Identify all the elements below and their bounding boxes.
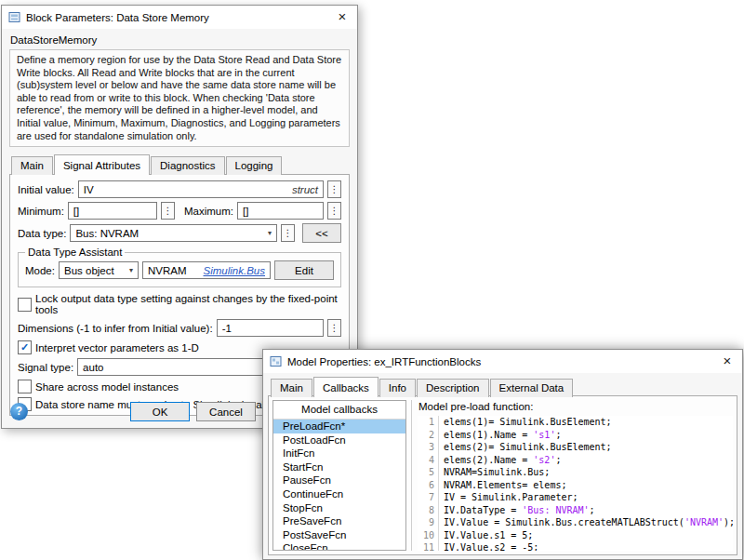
code-label: Model pre-load function: [418,401,733,412]
code-editor[interactable]: 1elems(1)= Simulink.BusElement;2elems(1)… [418,416,733,551]
chevron-down-icon: ▾ [268,229,272,237]
model-properties-dialog: Model Properties: ex_IRTFunctionBlocks ×… [262,349,743,560]
interpret-1d-checkbox[interactable]: ✓ [18,340,32,354]
code-line: 2elems(1).Name = 's1'; [418,429,733,442]
dimensions-label: Dimensions (-1 to infer from Initial val… [18,323,213,334]
code-line: 8IV.DataType = 'Bus: NVRAM'; [418,504,733,517]
share-instances-checkbox[interactable] [18,380,32,393]
maximum-label: Maximum: [184,206,233,217]
data-type-combobox[interactable]: Bus: NVRAM ▾ [70,224,277,242]
line-number: 1 [418,416,439,429]
maximum-text: [] [243,206,318,217]
minimum-menu-button[interactable]: ⋮ [161,202,175,220]
tab-info[interactable]: Info [379,379,416,397]
model-callbacks-list: Model callbacks PreLoadFcn*PostLoadFcnIn… [272,400,406,551]
tab-description[interactable]: Description [417,379,489,397]
signal-type-label: Signal type: [18,362,73,373]
minimum-input[interactable]: [] [68,202,157,220]
code-text: IV.Value.s1 = 5; [439,529,533,542]
callback-item-initfcn[interactable]: InitFcn [273,447,405,460]
data-type-text: Bus: NVRAM [75,228,264,239]
line-number: 5 [418,466,439,479]
data-type-menu-button[interactable]: ⋮ [281,224,295,242]
callback-item-stopfcn[interactable]: StopFcn [273,501,405,515]
callback-item-closefcn[interactable]: CloseFcn [273,541,405,551]
callback-item-preloadfcn[interactable]: PreLoadFcn* [273,420,405,433]
maximum-input[interactable]: [] [237,202,324,220]
callbacks-items: PreLoadFcn*PostLoadFcnInitFcnStartFcnPau… [273,420,405,551]
block-dialog-titlebar[interactable]: Block Parameters: Data Store Memory × [2,6,357,29]
mode-text: Bus object [64,265,126,276]
tab-diagnostics[interactable]: Diagnostics [151,156,224,175]
tab-logging[interactable]: Logging [226,156,283,175]
code-text: IV = Simulink.Parameter; [439,491,578,504]
mode-combobox[interactable]: Bus object ▾ [59,261,139,279]
help-icon[interactable]: ? [10,403,28,420]
tab-external-data[interactable]: External Data [490,379,574,397]
minimum-label: Minimum: [18,206,64,217]
simulink-bus-link[interactable]: Simulink.Bus [204,265,265,276]
code-line: 10IV.Value.s1 = 5; [418,529,733,542]
line-number: 10 [418,529,439,542]
tab-callbacks[interactable]: Callbacks [313,377,379,397]
callback-item-postsavefcn[interactable]: PostSaveFcn [273,528,405,542]
block-dialog-tabstrip: MainSignal AttributesDiagnosticsLogging [9,153,350,174]
share-instances-label: Share across model instances [35,381,179,393]
ok-button[interactable]: OK [130,402,190,421]
code-line: 7IV = Simulink.Parameter; [418,491,733,504]
code-line: 9IV.Value = Simulink.Bus.createMATLABStr… [418,516,733,529]
model-dialog-close-icon[interactable]: × [712,350,742,373]
code-line: 11IV.Value.s2 = -5; [418,541,733,551]
tab-main[interactable]: Main [271,379,312,397]
cancel-button[interactable]: Cancel [196,402,256,421]
code-line: 6NVRAM.Elements= elems; [418,479,733,492]
edit-button[interactable]: Edit [274,260,334,280]
mode-label: Mode: [25,265,55,276]
initial-value-menu-button[interactable]: ⋮ [327,180,341,198]
assistant-collapse-button[interactable]: << [302,223,341,243]
line-number: 6 [418,479,439,492]
min-max-row: Minimum: [] ⋮ Maximum: [] ⋮ [18,202,341,220]
lock-output-checkbox[interactable] [18,298,32,312]
code-text: IV.Value.s2 = -5; [439,541,538,551]
block-type-title: DataStoreMemory [10,34,350,46]
callback-item-pausefcn[interactable]: PauseFcn [273,473,405,487]
code-text: IV.DataType = 'Bus: NVRAM'; [439,504,595,517]
data-type-assistant-title: Data Type Assistant [25,247,125,258]
line-number: 11 [418,541,439,551]
initial-value-input[interactable]: IV struct [78,180,324,198]
dimensions-text: -1 [222,323,318,334]
callback-item-startfcn[interactable]: StartFcn [273,460,405,474]
callback-item-continuefcn[interactable]: ContinueFcn [273,487,405,501]
code-line: 3elems(2)= Simulink.BusElement; [418,441,733,454]
code-text: elems(1).Name = 's1'; [439,429,561,442]
code-text: elems(1)= Simulink.BusElement; [439,416,612,429]
data-type-label: Data type: [18,228,66,239]
model-dialog-titlebar[interactable]: Model Properties: ex_IRTFunctionBlocks × [263,350,742,373]
dimensions-input[interactable]: -1 [217,319,324,337]
bus-object-name-input[interactable]: NVRAM Simulink.Bus [142,261,271,279]
code-text: IV.Value = Simulink.Bus.createMATLABStru… [439,516,733,529]
tab-main[interactable]: Main [11,156,53,175]
data-type-row: Data type: Bus: NVRAM ▾ ⋮ << [18,223,341,243]
callback-code-side: Model pre-load function: 1elems(1)= Simu… [411,400,733,551]
callbacks-panel: Model callbacks PreLoadFcn*PostLoadFcnIn… [268,395,737,555]
screen: Block Parameters: Data Store Memory × Da… [0,0,744,560]
line-number: 3 [418,441,439,454]
line-number: 8 [418,504,439,517]
code-line: 1elems(1)= Simulink.BusElement; [418,416,733,429]
callback-item-presavefcn[interactable]: PreSaveFcn [273,514,405,528]
initial-value-type-hint: struct [292,184,318,195]
dimensions-row: Dimensions (-1 to infer from Initial val… [18,319,341,337]
line-number: 9 [418,516,439,529]
block-dialog-title: Block Parameters: Data Store Memory [26,12,322,23]
callback-item-postloadfcn[interactable]: PostLoadFcn [273,433,405,447]
line-number: 4 [418,454,439,467]
initial-value-label: Initial value: [18,184,74,195]
tab-signal-attributes[interactable]: Signal Attributes [54,154,150,175]
block-dialog-close-icon[interactable]: × [327,6,357,29]
dimensions-menu-button[interactable]: ⋮ [327,319,341,337]
maximum-menu-button[interactable]: ⋮ [327,202,341,220]
model-dialog-title: Model Properties: ex_IRTFunctionBlocks [287,356,707,367]
code-text: NVRAM.Elements= elems; [439,479,566,492]
